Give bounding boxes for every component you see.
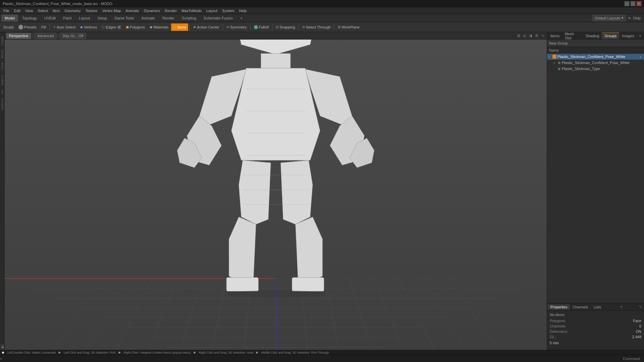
edges-button[interactable]: ⬡ Edges 2 bbox=[100, 23, 123, 31]
materials-button[interactable]: ◉ Materials bbox=[148, 23, 171, 31]
tab-animate[interactable]: Animate bbox=[138, 14, 158, 22]
tab-layout[interactable]: Layout bbox=[75, 14, 93, 22]
viewport-toolbar: Perspective Advanced Ray GL:: Off ⊞ ◎ ◑ … bbox=[5, 32, 547, 40]
tab-scripting[interactable]: Scripting bbox=[178, 14, 200, 22]
symmetry-button[interactable]: ⇔ Symmetry bbox=[224, 23, 249, 31]
left-tool-verts[interactable]: Verts bbox=[0, 34, 4, 48]
menu-vertexmap[interactable]: Vertex Map bbox=[100, 8, 123, 13]
tree-expand-mesh[interactable]: ▸ bbox=[554, 61, 557, 64]
br-tab-lists[interactable]: Lists bbox=[591, 304, 604, 310]
menu-view[interactable]: View bbox=[23, 8, 35, 13]
left-tool-poly[interactable]: Poly bbox=[0, 61, 4, 72]
name-header-label: Name bbox=[549, 48, 559, 52]
rp-tab-items[interactable]: Items bbox=[548, 33, 562, 39]
viewport-settings-icon[interactable]: ⚙ bbox=[534, 33, 539, 39]
polygons-label: Polygons bbox=[130, 25, 145, 29]
command-input-area[interactable]: Command bbox=[3, 357, 644, 361]
viewport-expand-icon[interactable]: ⤡ bbox=[540, 33, 545, 39]
workplane-button[interactable]: ⊟ WorkPlane bbox=[336, 23, 362, 31]
snapping-button[interactable]: ⊡ Snapping bbox=[274, 23, 297, 31]
br-tab-properties[interactable]: Properties bbox=[548, 304, 570, 310]
command-input[interactable] bbox=[5, 357, 623, 361]
vertices-button[interactable]: ◆ Vertices bbox=[78, 23, 99, 31]
items-button[interactable]: ⬚ Items bbox=[171, 23, 188, 31]
menu-maxtomodo[interactable]: MaxToModo bbox=[179, 8, 204, 13]
toolbar-separator-6 bbox=[299, 24, 299, 30]
rp-tab-shading[interactable]: Shading bbox=[583, 33, 602, 39]
toolbar: Sculpt Presets Fill ⊹ Auto Select ◆ Vert… bbox=[0, 22, 644, 32]
falloff-label: Falloff bbox=[259, 25, 269, 29]
viewport-camera-icon[interactable]: ◎ bbox=[522, 33, 527, 39]
menu-animate[interactable]: Animate bbox=[123, 8, 141, 13]
rp-tab-images[interactable]: Images bbox=[619, 33, 637, 39]
tab-gametools[interactable]: Game Tools bbox=[111, 14, 138, 22]
fill-button[interactable]: Fill bbox=[39, 23, 48, 31]
tab-uvedit[interactable]: UVEdit bbox=[41, 14, 59, 22]
br-tab-add[interactable]: + bbox=[618, 304, 625, 310]
polygons-button[interactable]: ▣ Polygons bbox=[124, 23, 147, 31]
toolbar-separator-2 bbox=[190, 24, 190, 30]
menu-geometry[interactable]: Geometry bbox=[62, 8, 83, 13]
left-tool-uv[interactable]: UV bbox=[0, 88, 4, 96]
auto-select-button[interactable]: ⊹ Auto Select bbox=[51, 23, 77, 31]
menu-texture[interactable]: Texture bbox=[84, 8, 100, 13]
svg-rect-34 bbox=[261, 53, 290, 68]
symmetry-icon: ⇔ bbox=[226, 25, 229, 29]
tab-render[interactable]: Render bbox=[159, 14, 178, 22]
viewport-tab-perspective[interactable]: Perspective bbox=[6, 33, 31, 39]
polygons-label: Polygons: bbox=[550, 318, 566, 323]
title-bar-controls[interactable]: ─ □ ✕ bbox=[625, 1, 641, 6]
deformers-value: ON bbox=[636, 329, 642, 334]
menu-file[interactable]: File bbox=[1, 8, 11, 13]
viewport-area[interactable]: Perspective Advanced Ray GL:: Off ⊞ ◎ ◑ … bbox=[5, 32, 547, 350]
minimize-button[interactable]: ─ bbox=[625, 1, 629, 6]
menu-edit[interactable]: Edit bbox=[12, 8, 22, 13]
sculpt-button[interactable]: Sculpt bbox=[1, 23, 16, 31]
viewport-sep-2 bbox=[58, 34, 58, 38]
tree-expand-root[interactable]: ▾ bbox=[548, 55, 552, 58]
viewport-tab-advanced[interactable]: Advanced bbox=[34, 33, 57, 39]
viewport-3d[interactable] bbox=[5, 40, 547, 350]
left-tool-edge[interactable]: Edge bbox=[0, 48, 4, 61]
menu-dynamics[interactable]: Dynamics bbox=[142, 8, 162, 13]
menu-help[interactable]: Help bbox=[237, 8, 249, 13]
select-through-button[interactable]: ⊙ Select Through bbox=[300, 23, 333, 31]
rp-tab-add[interactable]: + bbox=[637, 33, 643, 39]
action-center-label: Action Center bbox=[197, 25, 219, 29]
falloff-button[interactable]: Falloff bbox=[252, 23, 271, 31]
new-group-button[interactable]: New Group bbox=[547, 40, 644, 47]
menu-system[interactable]: System bbox=[220, 8, 236, 13]
action-center-button[interactable]: ⊕ Action Center bbox=[191, 23, 221, 31]
left-tool-curve[interactable]: Curve bbox=[0, 73, 4, 87]
tab-schematic-fusion[interactable]: Schematic Fusion bbox=[200, 14, 236, 22]
left-toolbar-collapse[interactable]: ◀ bbox=[1, 344, 4, 350]
panel-resize-icon[interactable]: ⤡ bbox=[639, 305, 642, 309]
presets-button[interactable]: Presets bbox=[16, 23, 39, 31]
menu-layout[interactable]: Layout bbox=[204, 8, 219, 13]
tab-add[interactable]: + bbox=[237, 14, 246, 22]
rp-tab-groups[interactable]: Groups bbox=[602, 33, 619, 39]
maximize-button[interactable]: □ bbox=[631, 1, 635, 6]
viewport-grid-icon[interactable]: ⊞ bbox=[516, 33, 521, 39]
command-label: Command bbox=[623, 357, 643, 361]
tree-item-root[interactable]: ▾ Plastic_Stickman_Confident_Pose_White … bbox=[547, 54, 644, 60]
only-label[interactable]: Only bbox=[633, 16, 641, 20]
layout-selector[interactable]: Default Layouts ▾ bbox=[592, 15, 626, 21]
tab-setup[interactable]: Setup bbox=[94, 14, 110, 22]
tab-paint[interactable]: Paint bbox=[60, 14, 75, 22]
toolbar-separator-1 bbox=[49, 24, 50, 30]
menu-select[interactable]: Select bbox=[36, 8, 50, 13]
close-button[interactable]: ✕ bbox=[637, 1, 641, 6]
viewport-tab-raygl[interactable]: Ray GL:: Off bbox=[60, 33, 86, 39]
tree-item-type[interactable]: ▣ Plastic_Stickman_Type bbox=[547, 66, 644, 72]
rp-tab-meshops[interactable]: Mesh Ops bbox=[562, 33, 583, 39]
left-tool-fusion[interactable]: Fusion bbox=[0, 97, 4, 112]
viewport-render-icon[interactable]: ◑ bbox=[528, 33, 533, 39]
br-tab-channels[interactable]: Channels bbox=[570, 304, 591, 310]
menu-item[interactable]: Item bbox=[51, 8, 62, 13]
tab-topology[interactable]: Topology bbox=[19, 14, 40, 22]
tree-item-mesh[interactable]: ▸ ▣ Plastic_Stickman_Confident_Pose_Whit… bbox=[547, 60, 644, 66]
menu-render[interactable]: Render bbox=[163, 8, 179, 13]
tab-model[interactable]: Model bbox=[1, 14, 18, 22]
action-center-icon: ⊕ bbox=[193, 25, 196, 29]
